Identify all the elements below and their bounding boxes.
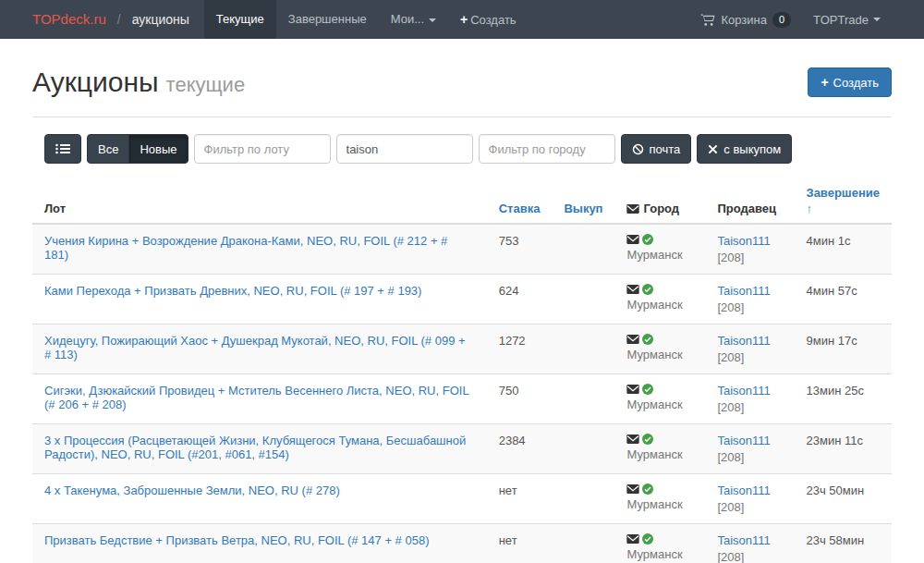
- lot-link[interactable]: 3 х Процессия (Расцветающей Жизни, Клубя…: [44, 434, 466, 461]
- nav-link-create[interactable]: +Создать: [448, 0, 529, 40]
- check-circle-icon: [642, 384, 653, 395]
- ending-cell: 23ч 58мин: [794, 524, 892, 563]
- cart-count-badge: 0: [772, 12, 791, 28]
- seller-cell: Taison111 [208]: [705, 424, 794, 474]
- city-cell: Мурманск: [614, 275, 705, 324]
- plus-icon: +: [460, 12, 468, 27]
- header-lot: Лот: [32, 178, 487, 224]
- plus-icon: +: [821, 75, 828, 90]
- lot-link[interactable]: Учения Кирина + Возрождение Дракона-Ками…: [44, 234, 447, 262]
- mail-icon: [626, 484, 639, 494]
- bid-cell: 753: [487, 224, 553, 275]
- seller-cell: Taison111 [208]: [705, 275, 794, 324]
- city-cell: Мурманск: [614, 424, 705, 474]
- nav-link-finished[interactable]: Завершенные: [276, 0, 379, 39]
- mail-filter-button[interactable]: почта: [621, 134, 692, 164]
- create-auction-label: Создать: [833, 76, 879, 90]
- ending-cell: 23ч 50мин: [794, 474, 892, 524]
- city-cell: Мурманск: [614, 224, 705, 275]
- page-subtitle: текущие: [166, 73, 246, 96]
- bid-cell: нет: [487, 474, 553, 524]
- header-ending[interactable]: Завершение ↑: [794, 178, 892, 224]
- buyout-cell: [552, 324, 614, 374]
- seller-link[interactable]: Taison111: [717, 434, 770, 447]
- city-name: Мурманск: [626, 497, 693, 511]
- list-view-button[interactable]: [44, 134, 81, 164]
- ending-cell: 9мин 17с: [794, 324, 892, 374]
- header-buyout[interactable]: Выкуп: [552, 178, 614, 224]
- mail-icon: [626, 434, 639, 444]
- cart-link[interactable]: Корзина 0: [689, 0, 802, 39]
- seller-cell: Taison111 [208]: [705, 224, 794, 275]
- lot-link[interactable]: Призвать Бедствие + Призвать Ветра, NEO,…: [44, 533, 429, 547]
- lot-link[interactable]: Сигэки, Дзюкайский Провидец + Мститель В…: [44, 384, 468, 411]
- filter-toolbar: Все Новые почта с выкупом: [32, 117, 892, 178]
- lot-cell: Хидецугу, Пожирающий Хаос + Душекрад Мук…: [32, 324, 487, 374]
- seller-rating: [208]: [717, 550, 782, 563]
- lot-cell: Ками Перехода + Призвать Древних, NEO, R…: [32, 275, 487, 324]
- city-name: Мурманск: [626, 348, 693, 361]
- toptrade-menu[interactable]: TOPTrade: [802, 0, 892, 39]
- city-cell: Мурманск: [614, 524, 705, 563]
- nav-menu: Текущие Завершенные Мои... +Создать: [204, 0, 529, 39]
- mail-icon: [626, 534, 639, 544]
- breadcrumb-separator: /: [117, 0, 121, 39]
- lot-link[interactable]: Ками Перехода + Призвать Древних, NEO, R…: [44, 284, 421, 298]
- breadcrumb-section: аукционы: [132, 0, 189, 39]
- seller-link[interactable]: Taison111: [717, 483, 770, 497]
- buyout-cell: [552, 275, 614, 324]
- seller-filter-input[interactable]: [336, 134, 473, 164]
- ban-circle-icon: [632, 143, 644, 155]
- header-city: Город: [614, 178, 705, 224]
- bid-cell: 750: [487, 374, 553, 424]
- seller-link[interactable]: Taison111: [717, 334, 770, 348]
- auction-row: 4 х Такенума, Заброшенные Земли, NEO, RU…: [32, 474, 892, 524]
- lot-link[interactable]: Хидецугу, Пожирающий Хаос + Душекрад Мук…: [44, 334, 466, 361]
- seller-link[interactable]: Taison111: [717, 384, 770, 398]
- city-name: Мурманск: [626, 248, 693, 262]
- nav-item-create[interactable]: +Создать: [448, 0, 529, 39]
- lot-filter-input[interactable]: [194, 134, 331, 164]
- mail-icon: [626, 285, 639, 294]
- seller-link[interactable]: Taison111: [717, 284, 770, 298]
- seller-link[interactable]: Taison111: [717, 533, 770, 547]
- ending-cell: 4мин 1с: [794, 224, 892, 275]
- city-cell: Мурманск: [614, 474, 705, 524]
- table-header-row: Лот Ставка Выкуп Город Продавец Завершен…: [32, 178, 892, 224]
- list-icon: [55, 143, 70, 154]
- filter-all-button[interactable]: Все: [87, 134, 129, 164]
- page-title: Аукционытекущие: [32, 67, 245, 98]
- lot-cell: 3 х Процессия (Расцветающей Жизни, Клубя…: [32, 424, 487, 474]
- buyout-filter-label: с выкупом: [723, 142, 781, 156]
- seller-cell: Taison111 [208]: [705, 374, 794, 424]
- check-circle-icon: [642, 284, 653, 295]
- brand-link[interactable]: TOPdeck.ru: [32, 0, 106, 39]
- seller-link[interactable]: Taison111: [717, 234, 770, 248]
- mail-filter-label: почта: [650, 142, 681, 156]
- buyout-filter-button[interactable]: с выкупом: [697, 134, 792, 164]
- nav-link-current[interactable]: Текущие: [204, 0, 276, 39]
- buyout-cell: [552, 524, 614, 563]
- close-icon: [708, 144, 718, 154]
- nav-link-my[interactable]: Мои...: [379, 0, 448, 39]
- auction-row: Учения Кирина + Возрождение Дракона-Ками…: [32, 224, 892, 275]
- city-filter-input[interactable]: [479, 134, 615, 164]
- auction-row: Сигэки, Дзюкайский Провидец + Мститель В…: [32, 374, 892, 424]
- city-name: Мурманск: [626, 398, 693, 411]
- filter-new-button[interactable]: Новые: [128, 134, 188, 164]
- nav-item-finished[interactable]: Завершенные: [276, 0, 379, 39]
- buyout-cell: [552, 224, 614, 275]
- header-bid[interactable]: Ставка: [487, 178, 553, 224]
- create-auction-button[interactable]: + Создать: [808, 67, 892, 97]
- mail-icon: [626, 335, 639, 344]
- ending-cell: 23мин 11с: [794, 424, 892, 474]
- seller-rating: [208]: [717, 300, 782, 314]
- lot-link[interactable]: 4 х Такенума, Заброшенные Земли, NEO, RU…: [44, 483, 340, 497]
- seller-cell: Taison111 [208]: [705, 324, 794, 374]
- check-circle-icon: [642, 234, 653, 245]
- lot-cell: Сигэки, Дзюкайский Провидец + Мститель В…: [32, 374, 487, 424]
- nav-item-current[interactable]: Текущие: [204, 0, 276, 39]
- seller-rating: [208]: [717, 350, 782, 364]
- nav-item-my[interactable]: Мои...: [379, 0, 448, 39]
- navbar: TOPdeck.ru / аукционы Текущие Завершенны…: [0, 0, 924, 39]
